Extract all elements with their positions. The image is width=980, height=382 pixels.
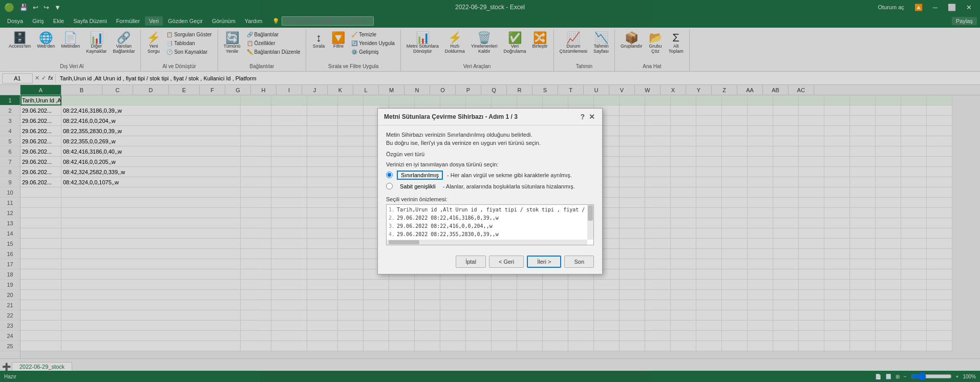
preview-row-2-text: 29.06.2022 08:22,416,3186,0,39,,w	[397, 215, 499, 221]
preview-row-2: 2.29.06.2022 08:22,416,3186,0,39,,w	[389, 214, 591, 222]
preview-row-4-text: 29.06.2022 08:22,355,2830,0,39,,w	[397, 231, 499, 237]
iptal-button[interactable]: İptal	[456, 256, 486, 268]
dialog-desc2: Bu doğru ise, İleri'yi ya da verinize en…	[386, 140, 594, 146]
text-to-columns-dialog: Metni Sütunlara Çevirme Sihirbazı - Adım…	[377, 108, 603, 274]
dialog-title-bar: Metni Sütunlara Çevirme Sihirbazı - Adım…	[378, 109, 602, 125]
radio-option-sabit: Sabit genişlikli - Alanlar, aralarında b…	[386, 183, 594, 190]
dialog-title-icons: ? ✕	[579, 113, 596, 121]
dialog-section-label: Verinizi en iyi tanımlayan dosya türünü …	[386, 161, 594, 167]
preview-row-1: 1.Tarih,Urun id ,Alt Urun id , fiyat tip…	[389, 206, 591, 214]
preview-label: Seçili verinin önizlemesi:	[386, 196, 594, 202]
preview-row-3-text: 29.06.2022 08:22,416,0,0,204,,w	[397, 223, 493, 229]
dialog-title: Metni Sütunlara Çevirme Sihirbazı - Adım…	[384, 113, 518, 120]
preview-row-3: 3.29.06.2022 08:22,416,0,0,204,,w	[389, 222, 591, 230]
app-container: 🟢 💾 ↩ ↪ ▼ 2022-06-29_stock - Excel Oturu…	[0, 0, 980, 382]
son-button[interactable]: Son	[564, 256, 594, 268]
preview-row-4: 4.29.06.2022 08:22,355,2830,0,39,,w	[389, 230, 591, 239]
preview-scroll-thumb-v	[588, 205, 593, 221]
dialog-section-title: Özgün veri türü	[386, 151, 594, 157]
radio-sinirlandirilmis-label[interactable]: Sınırlandırılmış	[397, 171, 443, 180]
dialog-body: Metin Sihirbazı verinizin Sınırlandırılm…	[378, 125, 602, 251]
dialog-overlay: Metni Sütunlara Çevirme Sihirbazı - Adım…	[0, 0, 980, 382]
radio-sinirlandirilmis[interactable]	[386, 172, 393, 178]
radio-option-sinirlandirilmis: Sınırlandırılmış - Her alan virgül ve se…	[386, 171, 594, 180]
preview-scrollbar-vertical[interactable]	[587, 205, 593, 240]
dialog-close-icon[interactable]: ✕	[588, 113, 596, 121]
preview-section: Seçili verinin önizlemesi: 1.Tarih,Urun …	[386, 196, 594, 245]
ileri-button[interactable]: İleri >	[527, 256, 561, 268]
dialog-help-icon[interactable]: ?	[579, 113, 586, 121]
dialog-footer: İptal < Geri İleri > Son	[378, 251, 602, 274]
radio-sinirlandirilmis-desc: - Her alan virgül ve sekme gibi karakter…	[447, 172, 572, 178]
radio-sabit-label[interactable]: Sabit genişlikli	[397, 183, 439, 190]
geri-button[interactable]: < Geri	[489, 256, 524, 268]
radio-sabit-desc: - Alanlar, aralarında boşluklarla sütunl…	[443, 183, 575, 189]
preview-row-1-text: Tarih,Urun id ,Alt Urun id , fiyat tipi …	[397, 207, 591, 213]
dialog-desc1: Metin Sihirbazı verinizin Sınırlandırılm…	[386, 132, 594, 138]
preview-scroll-thumb-h	[389, 240, 419, 244]
preview-box: 1.Tarih,Urun id ,Alt Urun id , fiyat tip…	[386, 204, 594, 245]
preview-scrollbar-horizontal[interactable]	[387, 240, 587, 245]
radio-sabit[interactable]	[386, 183, 393, 189]
